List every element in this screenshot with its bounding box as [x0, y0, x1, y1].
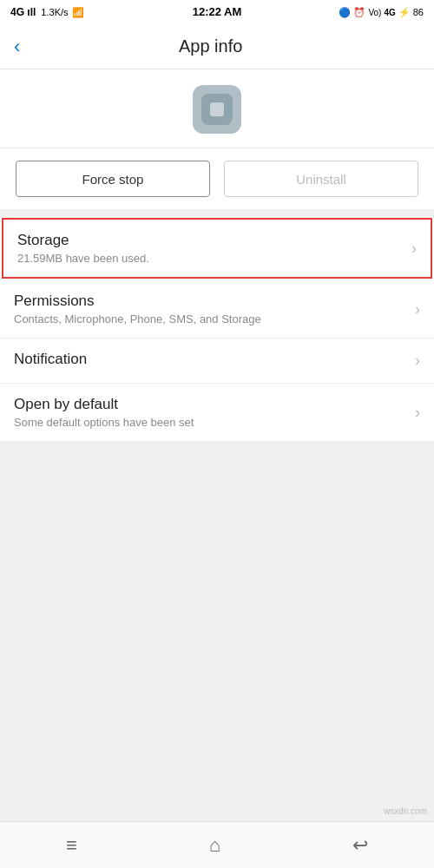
lte-label: 4G	[384, 8, 395, 17]
signal-text: 4G ıll	[10, 6, 36, 18]
app-info-list: Storage 21.59MB have been used. › Permis…	[0, 218, 434, 442]
notification-list-item[interactable]: Notification ›	[0, 339, 434, 384]
permissions-list-item[interactable]: Permissions Contacts, Microphone, Phone,…	[0, 280, 434, 339]
battery-level: 86	[413, 7, 424, 17]
force-stop-button[interactable]: Force stop	[16, 161, 210, 197]
battery-icon: ⚡	[398, 7, 411, 18]
bluetooth-icon: 🔵	[339, 7, 351, 18]
back-nav-icon[interactable]: ↩	[352, 834, 368, 857]
network-speed: 1.3K/s	[41, 7, 68, 17]
action-buttons-row: Force stop Uninstall	[0, 148, 434, 216]
notification-content: Notification	[14, 351, 408, 371]
toolbar: ‹ App info	[0, 24, 434, 69]
uninstall-button[interactable]: Uninstall	[224, 161, 418, 197]
permissions-content: Permissions Contacts, Microphone, Phone,…	[14, 293, 408, 326]
status-bar: 4G ıll 1.3K/s 📶 12:22 AM 🔵 ⏰ Vo) 4G ⚡ 86	[0, 0, 434, 24]
app-icon-svg	[201, 94, 233, 125]
page-title: App info	[34, 36, 387, 56]
open-by-default-content: Open by default Some default options hav…	[14, 396, 408, 429]
svg-rect-1	[210, 102, 224, 116]
open-by-default-subtitle: Some default options have been set	[14, 416, 408, 429]
app-icon-area	[0, 69, 434, 148]
alarm-icon: ⏰	[353, 7, 365, 18]
status-left: 4G ıll 1.3K/s 📶	[10, 6, 84, 18]
permissions-subtitle: Contacts, Microphone, Phone, SMS, and St…	[14, 312, 408, 326]
open-by-default-list-item[interactable]: Open by default Some default options hav…	[0, 384, 434, 442]
notification-chevron-icon: ›	[415, 352, 420, 370]
open-by-default-title: Open by default	[14, 396, 408, 413]
receiver-icon: 📶	[72, 7, 84, 18]
notification-title: Notification	[14, 351, 408, 368]
storage-title: Storage	[17, 232, 404, 249]
home-nav-icon[interactable]: ⌂	[209, 834, 220, 857]
permissions-chevron-icon: ›	[415, 300, 420, 319]
app-icon	[193, 85, 241, 134]
watermark: wsxdn.com	[384, 806, 427, 816]
volte-label: Vo)	[368, 8, 381, 17]
menu-nav-icon[interactable]: ≡	[66, 834, 77, 857]
storage-chevron-icon: ›	[411, 240, 417, 258]
back-button[interactable]: ‹	[14, 36, 20, 58]
bottom-nav: ≡ ⌂ ↩	[0, 821, 434, 868]
open-by-default-chevron-icon: ›	[415, 404, 420, 422]
status-right: 🔵 ⏰ Vo) 4G ⚡ 86	[339, 7, 424, 18]
storage-subtitle: 21.59MB have been used.	[17, 252, 404, 265]
permissions-title: Permissions	[14, 293, 408, 310]
storage-list-item[interactable]: Storage 21.59MB have been used. ›	[2, 218, 432, 279]
status-time: 12:22 AM	[193, 5, 242, 18]
storage-content: Storage 21.59MB have been used.	[17, 232, 404, 265]
